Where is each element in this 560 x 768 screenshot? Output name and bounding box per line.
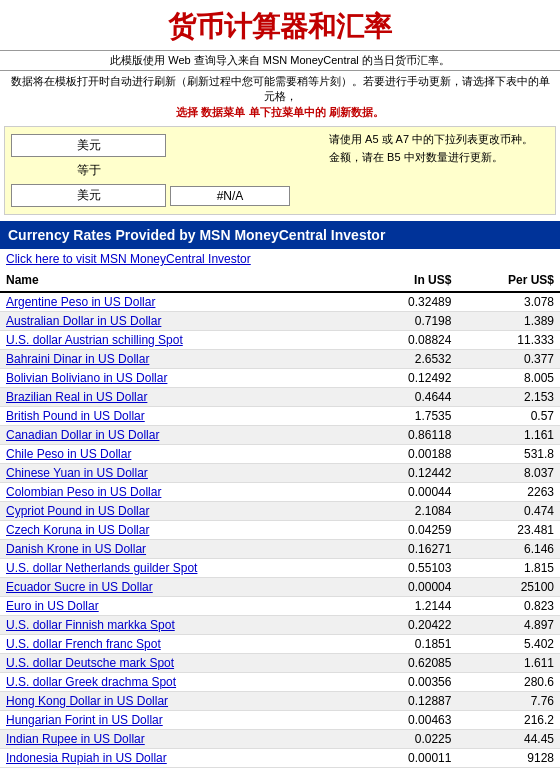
in-us-value: 0.55103 xyxy=(360,559,458,578)
currency-link[interactable]: U.S. dollar French franc Spot xyxy=(6,637,161,651)
equals-label: 等于 xyxy=(11,160,166,181)
in-us-value: 0.00463 xyxy=(360,711,458,730)
msn-link[interactable]: Click here to visit MSN MoneyCentral Inv… xyxy=(0,249,560,269)
col-header-name: Name xyxy=(0,269,360,292)
currency-link[interactable]: Indonesia Rupiah in US Dollar xyxy=(6,751,167,765)
currency-link[interactable]: Chile Peso in US Dollar xyxy=(6,447,131,461)
in-us-value: 0.00044 xyxy=(360,483,458,502)
currency-link[interactable]: Danish Krone in US Dollar xyxy=(6,542,146,556)
calc-note1: 请使用 A5 或 A7 中的下拉列表更改币种。 xyxy=(329,131,549,149)
currency-link[interactable]: U.S. dollar Greek drachma Spot xyxy=(6,675,176,689)
col-header-in-us: In US$ xyxy=(360,269,458,292)
in-us-value: 0.7198 xyxy=(360,312,458,331)
currency-link[interactable]: U.S. dollar Austrian schilling Spot xyxy=(6,333,183,347)
in-us-value: 0.00011 xyxy=(360,749,458,768)
currency-link[interactable]: U.S. dollar Deutsche mark Spot xyxy=(6,656,174,670)
currency-link[interactable]: Colombian Peso in US Dollar xyxy=(6,485,161,499)
per-us-value: 280.6 xyxy=(457,673,560,692)
currency-link[interactable]: Argentine Peso in US Dollar xyxy=(6,295,155,309)
per-us-value: 0.474 xyxy=(457,502,560,521)
table-row: Bahraini Dinar in US Dollar2.65320.377 xyxy=(0,350,560,369)
table-row: Euro in US Dollar1.21440.823 xyxy=(0,597,560,616)
currency-link[interactable]: Cypriot Pound in US Dollar xyxy=(6,504,149,518)
col-header-per-us: Per US$ xyxy=(457,269,560,292)
table-row: Colombian Peso in US Dollar0.000442263 xyxy=(0,483,560,502)
per-us-value: 44.45 xyxy=(457,730,560,749)
table-row: U.S. dollar Netherlands guilder Spot0.55… xyxy=(0,559,560,578)
per-us-value: 23.481 xyxy=(457,521,560,540)
in-us-value: 0.16271 xyxy=(360,540,458,559)
currency-link[interactable]: Australian Dollar in US Dollar xyxy=(6,314,161,328)
currency-link[interactable]: Bolivian Boliviano in US Dollar xyxy=(6,371,167,385)
currency-link[interactable]: Bahraini Dinar in US Dollar xyxy=(6,352,149,366)
title-bar: 货币计算器和汇率 xyxy=(0,0,560,50)
to-currency-input[interactable]: 美元 xyxy=(11,184,166,207)
table-row: Indian Rupee in US Dollar0.022544.45 xyxy=(0,730,560,749)
table-row: U.S. dollar Greek drachma Spot0.00356280… xyxy=(0,673,560,692)
per-us-value: 1.611 xyxy=(457,654,560,673)
table-row: Australian Dollar in US Dollar0.71981.38… xyxy=(0,312,560,331)
currency-link[interactable]: British Pound in US Dollar xyxy=(6,409,145,423)
per-us-value: 5.402 xyxy=(457,635,560,654)
currency-link[interactable]: Canadian Dollar in US Dollar xyxy=(6,428,159,442)
table-row: U.S. dollar Deutsche mark Spot0.620851.6… xyxy=(0,654,560,673)
in-us-value: 0.4644 xyxy=(360,388,458,407)
in-us-value: 0.32489 xyxy=(360,292,458,312)
currency-link[interactable]: Euro in US Dollar xyxy=(6,599,99,613)
result-display: #N/A xyxy=(170,186,290,206)
from-currency-input[interactable]: 美元 xyxy=(11,134,166,157)
table-row: Canadian Dollar in US Dollar0.861181.161 xyxy=(0,426,560,445)
currency-link[interactable]: Hong Kong Dollar in US Dollar xyxy=(6,694,168,708)
currency-link[interactable]: Indian Rupee in US Dollar xyxy=(6,732,145,746)
per-us-value: 0.377 xyxy=(457,350,560,369)
per-us-value: 8.005 xyxy=(457,369,560,388)
table-row: Cypriot Pound in US Dollar2.10840.474 xyxy=(0,502,560,521)
calc-note2: 金额，请在 B5 中对数量进行更新。 xyxy=(329,149,549,167)
in-us-value: 1.7535 xyxy=(360,407,458,426)
in-us-value: 0.00356 xyxy=(360,673,458,692)
in-us-value: 1.2144 xyxy=(360,597,458,616)
currency-link[interactable]: U.S. dollar Netherlands guilder Spot xyxy=(6,561,197,575)
per-us-value: 11.333 xyxy=(457,331,560,350)
table-row: U.S. dollar Finnish markka Spot0.204224.… xyxy=(0,616,560,635)
per-us-value: 216.2 xyxy=(457,711,560,730)
msn-header-bar: Currency Rates Provided by MSN MoneyCent… xyxy=(0,221,560,249)
info-bar2: 数据将在模板打开时自动进行刷新（刷新过程中您可能需要稍等片刻）。若要进行手动更新… xyxy=(0,71,560,123)
table-row: Chinese Yuan in US Dollar0.124428.037 xyxy=(0,464,560,483)
info-bar1: 此模版使用 Web 查询导入来自 MSN MoneyCentral 的当日货币汇… xyxy=(0,50,560,71)
in-us-value: 0.08824 xyxy=(360,331,458,350)
in-us-value: 0.0225 xyxy=(360,730,458,749)
table-row: Czech Koruna in US Dollar0.0425923.481 xyxy=(0,521,560,540)
table-row: Hong Kong Dollar in US Dollar0.128877.76 xyxy=(0,692,560,711)
per-us-value: 0.57 xyxy=(457,407,560,426)
currency-link[interactable]: U.S. dollar Finnish markka Spot xyxy=(6,618,175,632)
in-us-value: 0.12492 xyxy=(360,369,458,388)
per-us-value: 531.8 xyxy=(457,445,560,464)
table-row: Brazilian Real in US Dollar0.46442.153 xyxy=(0,388,560,407)
per-us-value: 1.389 xyxy=(457,312,560,331)
per-us-value: 2263 xyxy=(457,483,560,502)
currency-link[interactable]: Brazilian Real in US Dollar xyxy=(6,390,147,404)
in-us-value: 0.62085 xyxy=(360,654,458,673)
per-us-value: 4.897 xyxy=(457,616,560,635)
per-us-value: 2.153 xyxy=(457,388,560,407)
in-us-value: 0.86118 xyxy=(360,426,458,445)
in-us-value: 0.12887 xyxy=(360,692,458,711)
currency-link[interactable]: Chinese Yuan in US Dollar xyxy=(6,466,148,480)
page-title: 货币计算器和汇率 xyxy=(168,11,392,42)
in-us-value: 0.00188 xyxy=(360,445,458,464)
currency-link[interactable]: Czech Koruna in US Dollar xyxy=(6,523,149,537)
table-row: Indonesia Rupiah in US Dollar0.000119128 xyxy=(0,749,560,768)
in-us-value: 0.04259 xyxy=(360,521,458,540)
per-us-value: 3.078 xyxy=(457,292,560,312)
currency-link[interactable]: Ecuador Sucre in US Dollar xyxy=(6,580,153,594)
table-row: U.S. dollar Austrian schilling Spot0.088… xyxy=(0,331,560,350)
per-us-value: 25100 xyxy=(457,578,560,597)
currency-table: Name In US$ Per US$ Argentine Peso in US… xyxy=(0,269,560,768)
in-us-value: 0.20422 xyxy=(360,616,458,635)
currency-link[interactable]: Hungarian Forint in US Dollar xyxy=(6,713,163,727)
in-us-value: 0.00004 xyxy=(360,578,458,597)
table-row: Chile Peso in US Dollar0.00188531.8 xyxy=(0,445,560,464)
in-us-value: 0.1851 xyxy=(360,635,458,654)
table-row: Bolivian Boliviano in US Dollar0.124928.… xyxy=(0,369,560,388)
